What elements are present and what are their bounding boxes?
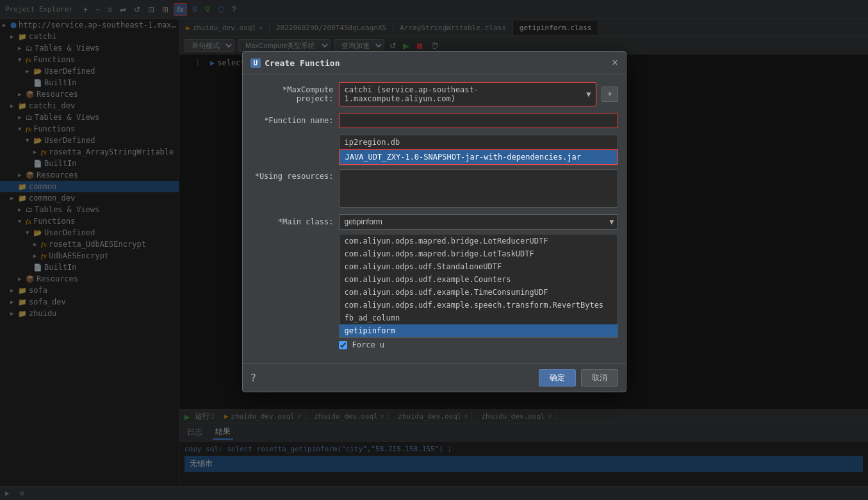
resource-item-java-udt[interactable]: JAVA_UDT_ZXY-1.0-SNAPSHOT-jar-with-depen… (340, 149, 618, 165)
form-row-mainclass: *Main class: ▼ com.aliyun.odps.mapred.br… (250, 214, 618, 338)
autocomplete-counters[interactable]: com.aliyun.odps.udf.example.Counters (340, 273, 618, 286)
main-class-input[interactable] (339, 214, 618, 229)
force-update-row: Force u (250, 340, 618, 349)
modal-footer: ? 确定 取消 (243, 363, 626, 392)
autocomplete-getipinform[interactable]: getipinform (340, 324, 618, 337)
force-update-checkbox[interactable] (339, 341, 347, 349)
form-row-funcname: *Function name: (250, 113, 618, 128)
form-label-project: *MaxCompute project: (250, 85, 334, 103)
autocomplete-revertbytes[interactable]: com.aliyun.odps.udf.example.speech.trans… (340, 299, 618, 312)
chevron-down-icon: ▼ (586, 90, 591, 99)
footer-buttons: 确定 取消 (539, 369, 618, 387)
resources-list[interactable] (339, 169, 618, 208)
modal-header: U Create Function × (243, 52, 626, 74)
form-label-funcname: *Function name: (250, 116, 334, 125)
modal-title: U Create Function (250, 58, 340, 68)
main-class-input-row: *Main class: ▼ (250, 214, 618, 229)
add-project-button[interactable]: + (602, 87, 618, 102)
resource-item-ip2region[interactable]: ip2region.db (340, 135, 618, 149)
form-select-project[interactable]: catchi (service.ap-southeast-1.maxcomput… (339, 82, 597, 106)
modal-title-text: Create Function (265, 58, 340, 68)
create-function-modal: U Create Function × *MaxCompute project:… (242, 51, 626, 392)
form-select-project-value: catchi (service.ap-southeast-1.maxcomput… (345, 85, 587, 103)
modal-overlay: U Create Function × *MaxCompute project:… (0, 0, 868, 500)
autocomplete-lottask[interactable]: com.aliyun.odps.mapred.bridge.LotTaskUDT… (340, 247, 618, 260)
form-label-mainclass: *Main class: (250, 217, 334, 226)
autocomplete-dropdown: com.aliyun.odps.mapred.bridge.LotReducer… (339, 235, 618, 338)
resources-dropdown: ip2region.db JAVA_UDT_ZXY-1.0-SNAPSHOT-j… (339, 135, 618, 165)
autocomplete-timeconsume[interactable]: com.aliyun.odps.udf.example.TimeConsumin… (340, 286, 618, 299)
cancel-button[interactable]: 取消 (581, 369, 618, 387)
force-update-label: Force u (352, 340, 385, 349)
autocomplete-fbad[interactable]: fb_ad_column (340, 312, 618, 324)
ok-button[interactable]: 确定 (539, 369, 576, 387)
dropdown-area: ip2region.db JAVA_UDT_ZXY-1.0-SNAPSHOT-j… (250, 135, 618, 165)
form-label-resources: *Using resources: (250, 169, 334, 181)
dropdown-arrow-icon: ▼ (609, 217, 614, 226)
autocomplete-lotreducer[interactable]: com.aliyun.odps.mapred.bridge.LotReducer… (340, 235, 618, 247)
modal-title-icon: U (250, 58, 261, 68)
modal-body: *MaxCompute project: catchi (service.ap-… (243, 74, 626, 363)
main-class-input-wrapper: ▼ (339, 214, 618, 229)
help-icon[interactable]: ? (250, 372, 257, 384)
form-row-project: *MaxCompute project: catchi (service.ap-… (250, 82, 618, 106)
form-row-resources: *Using resources: (250, 169, 618, 208)
modal-close-button[interactable]: × (612, 57, 618, 69)
autocomplete-standalone[interactable]: com.aliyun.odps.udf.StandaloneUDTF (340, 260, 618, 273)
function-name-input[interactable] (339, 113, 618, 128)
